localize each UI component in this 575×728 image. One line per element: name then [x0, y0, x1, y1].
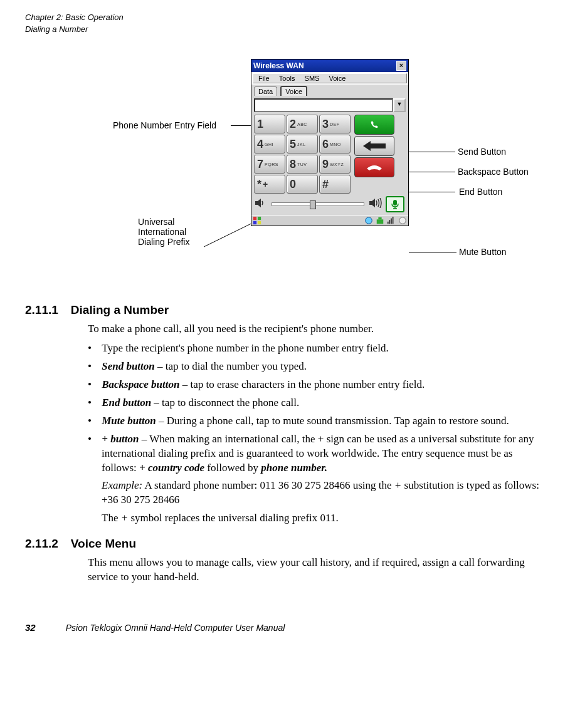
- svg-rect-8: [258, 217, 261, 220]
- tray-icon: [376, 216, 384, 225]
- svg-rect-16: [391, 219, 392, 224]
- tab-row: Data Voice: [251, 85, 408, 96]
- keypad: 1 2ABC 3DEF 4GHI 5JKL 6MNO 7PQRS 8TUV 9W…: [254, 115, 351, 194]
- running-head-chapter: Chapter 2: Basic Operation: [25, 13, 550, 22]
- list-item: + button – When making an international …: [88, 432, 550, 526]
- svg-marker-1: [363, 141, 386, 151]
- key-9[interactable]: 9WXYZ: [319, 155, 351, 174]
- key-6[interactable]: 6MNO: [319, 135, 351, 153]
- anno-mute: Mute Button: [459, 247, 507, 257]
- svg-marker-3: [369, 199, 375, 207]
- signal-icon: [387, 216, 396, 225]
- menubar: File Tools SMS Voice: [253, 73, 407, 83]
- svg-rect-4: [393, 200, 397, 205]
- footer-title: Psion Teklogix Omnii Hand-Held Computer …: [66, 623, 285, 633]
- backspace-button[interactable]: [354, 136, 394, 156]
- key-star-plus[interactable]: *+: [254, 175, 285, 194]
- tray-icon: [364, 216, 373, 225]
- section-number: 2.11.1: [25, 303, 58, 316]
- menu-sms[interactable]: SMS: [301, 74, 324, 83]
- key-hash[interactable]: #: [319, 175, 351, 194]
- send-button[interactable]: [354, 115, 394, 135]
- tab-voice[interactable]: Voice: [280, 86, 307, 96]
- section-number: 2.11.2: [25, 537, 58, 550]
- anno-end: End Button: [459, 187, 502, 197]
- svg-marker-2: [255, 199, 261, 207]
- start-icon[interactable]: [253, 216, 261, 225]
- end-button[interactable]: [354, 157, 394, 177]
- svg-rect-10: [258, 221, 261, 224]
- voice-menu-paragraph: This menu allows you to manage calls, vi…: [88, 556, 550, 585]
- page-number: 32: [25, 622, 36, 633]
- key-4[interactable]: 4GHI: [254, 135, 285, 153]
- speaker-high-icon: [369, 198, 383, 211]
- svg-rect-15: [389, 220, 391, 224]
- menu-voice[interactable]: Voice: [325, 74, 349, 83]
- list-item: Backspace button – tap to erase characte…: [88, 378, 550, 392]
- key-7[interactable]: 7PQRS: [254, 155, 285, 174]
- list-item: End button – tap to disconnect the phone…: [88, 396, 550, 410]
- section-title: Voice Menu: [71, 537, 136, 550]
- taskbar: [251, 215, 408, 226]
- app-window: Wireless WAN × File Tools SMS Voice Data…: [251, 59, 409, 226]
- menu-file[interactable]: File: [255, 74, 273, 83]
- anno-intl-prefix: Universal International Dialing Prefix: [138, 217, 189, 247]
- svg-rect-13: [378, 217, 381, 220]
- phone-number-input[interactable]: [254, 98, 393, 112]
- list-item: Type the recipient's phone number in the…: [88, 341, 550, 356]
- list-item: Mute button – During a phone call, tap t…: [88, 414, 550, 429]
- anno-backspace: Backspace Button: [458, 167, 529, 177]
- window-title: Wireless WAN: [253, 61, 304, 70]
- section-title: Dialing a Number: [71, 303, 169, 316]
- svg-rect-12: [377, 219, 384, 224]
- svg-rect-7: [253, 217, 256, 220]
- key-5[interactable]: 5JKL: [287, 135, 318, 153]
- svg-rect-9: [253, 221, 256, 224]
- anno-send: Send Button: [458, 147, 506, 157]
- volume-slider[interactable]: [272, 202, 364, 206]
- dropdown-button[interactable]: ▼: [393, 98, 406, 112]
- key-3[interactable]: 3DEF: [319, 115, 351, 133]
- svg-point-18: [399, 217, 406, 224]
- mute-button[interactable]: [386, 196, 404, 212]
- microphone-icon: [391, 199, 399, 209]
- key-0[interactable]: 0: [287, 175, 318, 194]
- anno-phone-entry: Phone Number Entry Field: [113, 120, 216, 130]
- close-icon[interactable]: ×: [396, 61, 406, 71]
- menu-tools[interactable]: Tools: [275, 74, 299, 83]
- svg-rect-14: [388, 222, 389, 224]
- handset-icon: [368, 120, 381, 129]
- titlebar: Wireless WAN ×: [251, 60, 408, 72]
- tray-icon: [398, 216, 407, 225]
- key-2[interactable]: 2ABC: [287, 115, 318, 133]
- svg-point-11: [366, 217, 372, 224]
- key-1[interactable]: 1: [254, 115, 285, 133]
- hangup-icon: [366, 164, 383, 171]
- list-item: Send button – tap to dial the number you…: [88, 360, 550, 374]
- figure-diagram: Phone Number Entry Field Universal Inter…: [25, 53, 550, 291]
- intro-paragraph: To make a phone call, all you need is th…: [88, 322, 550, 336]
- svg-rect-17: [393, 217, 394, 224]
- tab-data[interactable]: Data: [254, 86, 277, 96]
- key-8[interactable]: 8TUV: [287, 155, 318, 174]
- running-head-section: Dialing a Number: [25, 24, 550, 34]
- back-arrow-icon: [363, 141, 386, 151]
- speaker-low-icon: [255, 198, 266, 211]
